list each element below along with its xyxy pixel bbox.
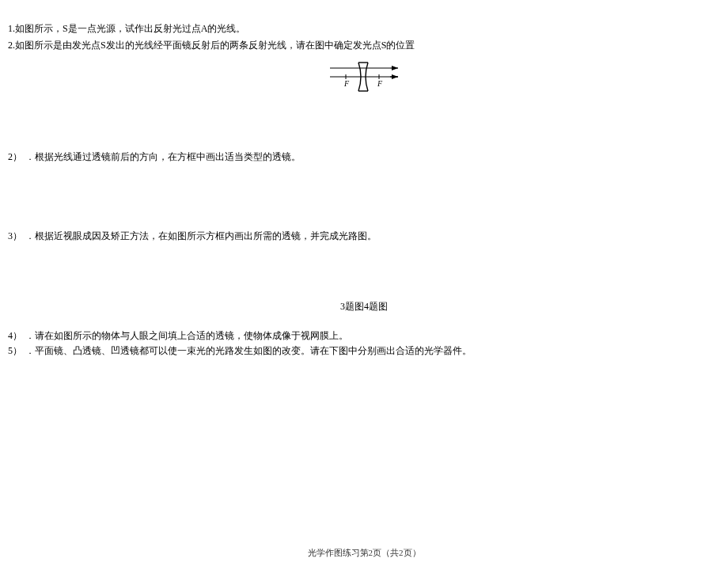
lens-diagram: F F bbox=[8, 59, 720, 101]
spacer-3 bbox=[8, 246, 720, 294]
q3sub-number: 3） bbox=[8, 230, 22, 241]
q5sub-number: 5） bbox=[8, 345, 22, 356]
q5sub-text: ．平面镜、凸透镜、凹透镜都可以使一束光的光路发生如图的改变。请在下图中分别画出合… bbox=[25, 345, 472, 356]
question-5-sub: 5）．平面镜、凸透镜、凹透镜都可以使一束光的光路发生如图的改变。请在下图中分别画… bbox=[8, 344, 720, 358]
svg-marker-4 bbox=[392, 74, 398, 79]
question-2: 2.如图所示是由发光点S发出的光线经平面镜反射后的两条反射光线，请在图中确定发光… bbox=[8, 39, 720, 52]
q4sub-number: 4） bbox=[8, 330, 22, 341]
svg-marker-2 bbox=[392, 66, 398, 70]
q3sub-text: ．根据近视眼成因及矫正方法，在如图所示方框内画出所需的透镜，并完成光路图。 bbox=[25, 230, 377, 241]
q4sub-text: ．请在如图所示的物体与人眼之间填上合适的透镜，使物体成像于视网膜上。 bbox=[25, 330, 348, 341]
question-3-sub: 3）．根据近视眼成因及矫正方法，在如图所示方框内画出所需的透镜，并完成光路图。 bbox=[8, 230, 720, 243]
question-2-sub: 2）．根据光线通过透镜前后的方向，在方框中画出适当类型的透镜。 bbox=[8, 150, 720, 164]
question-1: 1.如图所示，S是一点光源，试作出反射光过点A的光线。 bbox=[8, 22, 720, 36]
q2sub-number: 2） bbox=[8, 151, 22, 162]
spacer-1 bbox=[8, 111, 720, 150]
focus-label-right: F bbox=[377, 79, 383, 88]
q2sub-text: ．根据光线通过透镜前后的方向，在方框中画出适当类型的透镜。 bbox=[25, 151, 301, 162]
question-4-sub: 4）．请在如图所示的物体与人眼之间填上合适的透镜，使物体成像于视网膜上。 bbox=[8, 329, 720, 343]
figure-caption: 3题图4题图 bbox=[8, 300, 720, 313]
spacer-2 bbox=[8, 166, 720, 230]
page-footer: 光学作图练习第2页（共2页） bbox=[0, 547, 728, 559]
focus-label-left: F bbox=[343, 79, 350, 88]
concave-lens-icon: F F bbox=[328, 59, 400, 98]
